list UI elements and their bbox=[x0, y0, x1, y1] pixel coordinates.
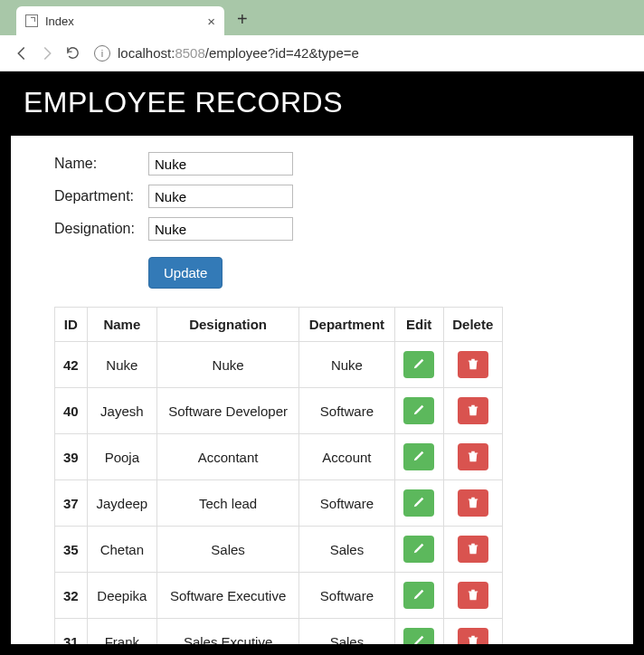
delete-button[interactable] bbox=[458, 489, 488, 517]
th-id: ID bbox=[55, 308, 88, 342]
url-port: 8508 bbox=[175, 45, 204, 61]
table-row: 40JayeshSoftware DeveloperSoftware bbox=[55, 388, 503, 434]
reload-button[interactable] bbox=[60, 41, 85, 66]
cell-id: 40 bbox=[55, 388, 88, 434]
table-row: 31FrankSales ExcutiveSales bbox=[55, 619, 503, 645]
page-favicon-icon bbox=[25, 14, 38, 27]
new-tab-button[interactable]: + bbox=[224, 9, 260, 35]
edit-icon bbox=[412, 542, 425, 557]
delete-button[interactable] bbox=[458, 628, 488, 644]
url-path: /employee?id=42&type=e bbox=[205, 45, 359, 61]
cell-id: 35 bbox=[55, 527, 88, 573]
url-host: localhost: bbox=[118, 45, 175, 61]
back-button[interactable] bbox=[9, 41, 34, 66]
cell-id: 37 bbox=[55, 480, 88, 527]
cell-designation: Sales bbox=[157, 527, 299, 573]
cell-designation: Nuke bbox=[157, 342, 299, 388]
trash-icon bbox=[467, 450, 479, 465]
site-info-icon[interactable]: i bbox=[94, 45, 110, 62]
cell-id: 31 bbox=[55, 619, 88, 645]
edit-button[interactable] bbox=[403, 489, 434, 517]
edit-button[interactable] bbox=[403, 351, 434, 378]
delete-button[interactable] bbox=[458, 443, 488, 470]
table-row: 37JaydeepTech leadSoftware bbox=[55, 480, 503, 527]
cell-department: Software bbox=[299, 480, 395, 527]
edit-icon bbox=[412, 357, 425, 373]
cell-name: Pooja bbox=[87, 434, 157, 480]
trash-icon bbox=[467, 403, 479, 419]
name-input[interactable] bbox=[148, 152, 293, 176]
cell-designation: Sales Excutive bbox=[157, 619, 299, 645]
cell-name: Chetan bbox=[87, 527, 157, 573]
edit-button[interactable] bbox=[403, 397, 434, 424]
page-title: EMPLOYEE RECORDS bbox=[11, 71, 633, 136]
cell-designation: Accontant bbox=[157, 434, 299, 480]
cell-name: Jaydeep bbox=[87, 480, 157, 527]
th-delete: Delete bbox=[443, 308, 502, 342]
trash-icon bbox=[467, 542, 479, 557]
cell-designation: Software Developer bbox=[157, 388, 299, 434]
update-button[interactable]: Update bbox=[148, 257, 223, 289]
delete-button[interactable] bbox=[458, 582, 488, 609]
trash-icon bbox=[467, 634, 479, 645]
cell-name: Frank bbox=[87, 619, 157, 645]
trash-icon bbox=[467, 496, 479, 511]
edit-button[interactable] bbox=[403, 628, 434, 644]
th-designation: Designation bbox=[157, 308, 299, 342]
cell-department: Software bbox=[299, 388, 395, 434]
edit-icon bbox=[412, 496, 425, 511]
cell-name: Deepika bbox=[87, 573, 157, 619]
th-department: Department bbox=[299, 308, 395, 342]
edit-icon bbox=[412, 450, 425, 465]
table-row: 35ChetanSalesSales bbox=[55, 527, 503, 573]
cell-name: Nuke bbox=[87, 342, 157, 388]
cell-name: Jayesh bbox=[87, 388, 157, 434]
edit-icon bbox=[412, 403, 425, 419]
table-row: 39PoojaAccontantAccount bbox=[55, 434, 503, 480]
cell-department: Nuke bbox=[299, 342, 395, 388]
employee-table: ID Name Designation Department Edit Dele… bbox=[54, 307, 503, 644]
browser-tab-strip: Index × + bbox=[0, 0, 644, 35]
delete-button[interactable] bbox=[458, 351, 488, 378]
cell-designation: Software Executive bbox=[157, 573, 299, 619]
forward-button[interactable] bbox=[34, 41, 60, 66]
edit-button[interactable] bbox=[403, 536, 434, 563]
address-bar: i localhost:8508/employee?id=42&type=e bbox=[0, 35, 644, 71]
th-edit: Edit bbox=[394, 308, 443, 342]
url-display[interactable]: localhost:8508/employee?id=42&type=e bbox=[118, 45, 359, 61]
delete-button[interactable] bbox=[458, 536, 488, 563]
designation-label: Designation: bbox=[54, 221, 148, 237]
browser-tab[interactable]: Index × bbox=[16, 6, 224, 35]
cell-id: 39 bbox=[55, 434, 88, 480]
cell-department: Sales bbox=[299, 527, 395, 573]
th-name: Name bbox=[87, 308, 157, 342]
delete-button[interactable] bbox=[458, 397, 488, 424]
cell-department: Sales bbox=[299, 619, 395, 645]
employee-form: Name: Department: Designation: Update bbox=[11, 136, 633, 298]
edit-button[interactable] bbox=[403, 582, 434, 609]
page-viewport: EMPLOYEE RECORDS Name: Department: Desig… bbox=[11, 71, 633, 644]
close-tab-icon[interactable]: × bbox=[207, 14, 215, 29]
table-row: 32DeepikaSoftware ExecutiveSoftware bbox=[55, 573, 503, 619]
department-input[interactable] bbox=[148, 185, 293, 208]
tab-title: Index bbox=[45, 14, 207, 28]
edit-icon bbox=[412, 634, 425, 645]
edit-icon bbox=[412, 588, 425, 603]
table-header-row: ID Name Designation Department Edit Dele… bbox=[55, 308, 503, 342]
name-label: Name: bbox=[54, 156, 148, 172]
table-row: 42NukeNukeNuke bbox=[55, 342, 503, 388]
trash-icon bbox=[467, 357, 479, 373]
cell-designation: Tech lead bbox=[157, 480, 299, 527]
department-label: Department: bbox=[54, 188, 148, 204]
edit-button[interactable] bbox=[403, 443, 434, 470]
designation-input[interactable] bbox=[148, 217, 293, 241]
cell-department: Account bbox=[299, 434, 395, 480]
cell-id: 32 bbox=[55, 573, 88, 619]
trash-icon bbox=[467, 588, 479, 603]
cell-id: 42 bbox=[55, 342, 88, 388]
cell-department: Software bbox=[299, 573, 395, 619]
